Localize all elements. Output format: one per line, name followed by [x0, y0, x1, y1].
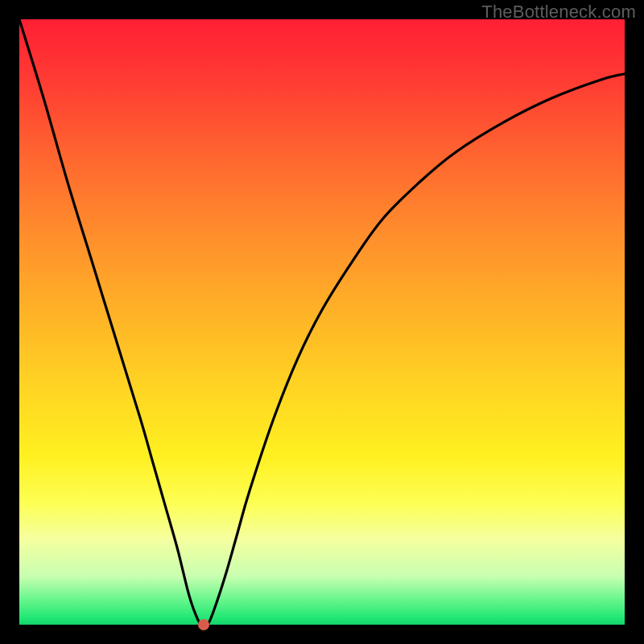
plot-area: [19, 19, 625, 625]
minimum-marker: [198, 619, 209, 630]
curve-svg: [19, 19, 625, 625]
bottleneck-curve-path: [19, 19, 625, 625]
chart-frame: TheBottleneck.com: [0, 0, 644, 644]
